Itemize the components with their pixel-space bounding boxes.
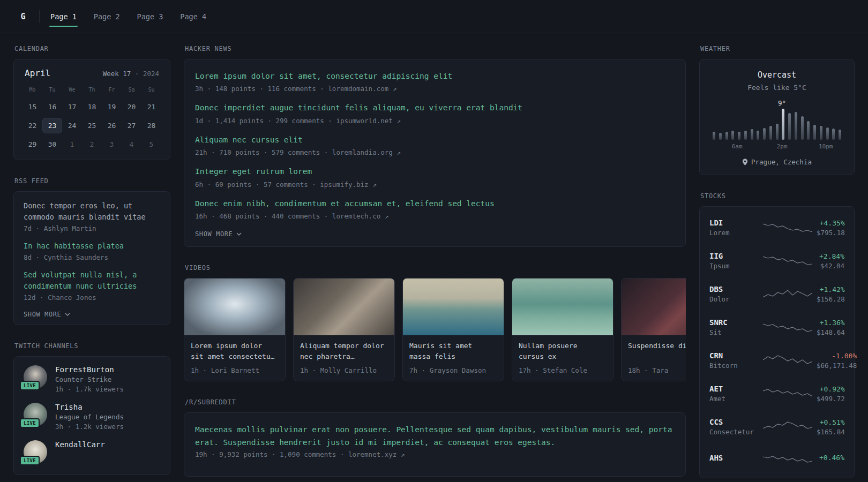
post-meta[interactable]: 19h · 9,932 points · 1,090 comments · lo… bbox=[195, 450, 675, 458]
calendar-day-next-month[interactable]: 1 bbox=[62, 137, 82, 152]
tab-page-1[interactable]: Page 1 bbox=[49, 0, 78, 33]
calendar-day[interactable]: 20 bbox=[122, 99, 141, 115]
calendar-day[interactable]: 29 bbox=[23, 137, 42, 152]
tab-page-3[interactable]: Page 3 bbox=[136, 0, 164, 33]
video-card[interactable]: Suspendisse diam 18h · Tara bbox=[621, 278, 686, 381]
hn-item: Lorem ipsum dolor sit amet, consectetur … bbox=[195, 70, 675, 93]
weekday-header: Sa bbox=[122, 85, 141, 96]
hn-item-link[interactable]: Donec enim nibh, condimentum et accumsan… bbox=[195, 198, 675, 209]
weekday-header: Tu bbox=[42, 85, 62, 96]
stock-row[interactable]: DBSDolor +1.42%$156.28 bbox=[708, 277, 845, 311]
stock-row[interactable]: AETAmet +0.92%$499.72 bbox=[708, 377, 845, 410]
calendar-day[interactable]: 15 bbox=[23, 99, 42, 115]
tab-page-4[interactable]: Page 4 bbox=[179, 0, 207, 33]
subreddit-widget: Maecenas mollis pulvinar erat non posuer… bbox=[184, 412, 686, 476]
stock-row[interactable]: SNRCSit +1.36%$148.64 bbox=[708, 311, 845, 344]
hn-item-meta[interactable]: 16h · 468 points · 440 comments · loremt… bbox=[195, 212, 675, 220]
stock-name: Sit bbox=[709, 328, 759, 336]
calendar-day-next-month[interactable]: 2 bbox=[82, 137, 102, 152]
hn-item-meta[interactable]: 21h · 710 points · 579 comments · loreml… bbox=[195, 148, 675, 156]
calendar-day-selected[interactable]: 23 bbox=[42, 118, 62, 133]
calendar-day[interactable]: 26 bbox=[102, 118, 122, 133]
calendar-day-next-month[interactable]: 4 bbox=[122, 137, 141, 152]
rss-section: RSS FEED Donec tempor eros leo, ut commo… bbox=[13, 177, 170, 325]
hn-item-link[interactable]: Donec imperdiet augue tincidunt felis al… bbox=[195, 102, 675, 114]
calendar-day-next-month[interactable]: 3 bbox=[102, 137, 122, 152]
hn-item-link[interactable]: Integer eget rutrum lorem bbox=[195, 165, 675, 177]
calendar-day[interactable]: 16 bbox=[42, 99, 62, 115]
video-title: Suspendisse diam bbox=[628, 341, 686, 363]
weekday-header: Mo bbox=[23, 85, 42, 96]
video-card[interactable]: Lorem ipsum dolor sit amet consectetu… 1… bbox=[184, 278, 286, 381]
rss-item-link[interactable]: Sed volutpat nulla nisl, a condimentum n… bbox=[24, 269, 160, 292]
calendar-day[interactable]: 19 bbox=[102, 99, 122, 115]
stock-price: $148.64 bbox=[817, 328, 845, 336]
video-title: Nullam posuere cursus ex bbox=[519, 341, 607, 363]
calendar-week-label: Week 17 · 2024 bbox=[103, 70, 159, 78]
video-card[interactable]: Aliquam tempor dolor nec pharetra… 1h · … bbox=[293, 278, 395, 381]
temperature-bars bbox=[713, 109, 841, 140]
video-meta: 1h · Molly Carrillo bbox=[300, 366, 388, 374]
calendar-day[interactable]: 28 bbox=[141, 118, 161, 133]
calendar-header: April Week 17 · 2024 bbox=[23, 68, 161, 78]
weather-section: WEATHER Overcast Feels like 5°C 9° 6am 2… bbox=[699, 45, 855, 175]
weather-section-title: WEATHER bbox=[700, 45, 855, 52]
hacker-news-section-title: HACKER NEWS bbox=[185, 45, 686, 52]
stock-symbol: CRN bbox=[709, 351, 759, 360]
video-title: Lorem ipsum dolor sit amet consectetu… bbox=[191, 341, 279, 363]
hn-item-meta[interactable]: 6h · 60 points · 57 comments · ipsumify.… bbox=[195, 180, 675, 189]
rss-item: Donec tempor eros leo, ut commodo mauris… bbox=[24, 200, 160, 232]
calendar-day[interactable]: 27 bbox=[122, 118, 141, 133]
left-column: CALENDAR April Week 17 · 2024 Mo Tu We T… bbox=[13, 45, 170, 482]
calendar-day[interactable]: 24 bbox=[62, 118, 82, 133]
hn-item-meta[interactable]: 1d · 1,414 points · 299 comments · ipsum… bbox=[195, 117, 675, 125]
calendar-day[interactable]: 18 bbox=[82, 99, 102, 115]
video-card[interactable]: Mauris sit amet massa felis 7h · Grayson… bbox=[402, 278, 504, 381]
stock-price: $165.84 bbox=[817, 428, 845, 436]
tab-page-2[interactable]: Page 2 bbox=[93, 0, 121, 33]
stock-row[interactable]: CCSConsectetur +0.51%$165.84 bbox=[708, 410, 845, 443]
avatar: LIVE bbox=[24, 403, 47, 426]
hn-item-link[interactable]: Lorem ipsum dolor sit amet, consectetur … bbox=[195, 70, 675, 82]
stock-price: $42.04 bbox=[819, 262, 844, 270]
twitch-channel[interactable]: LIVE KendallCarr bbox=[24, 440, 160, 464]
hacker-news-widget: Lorem ipsum dolor sit amet, consectetur … bbox=[184, 59, 686, 247]
calendar-day[interactable]: 22 bbox=[23, 118, 42, 133]
hn-show-more-button[interactable]: SHOW MORE bbox=[195, 230, 242, 238]
channel-name: Trisha bbox=[55, 403, 124, 411]
stock-change: +1.36% bbox=[817, 319, 845, 327]
calendar-day[interactable]: 21 bbox=[141, 99, 161, 115]
calendar-day[interactable]: 25 bbox=[82, 118, 102, 133]
calendar-day[interactable]: 30 bbox=[42, 137, 62, 152]
stocks-section: STOCKS LDILorem +4.35%$795.18 IIGIpsum +… bbox=[699, 192, 855, 478]
weather-location[interactable]: Prague, Czechia bbox=[709, 158, 844, 166]
rss-show-more-button[interactable]: SHOW MORE bbox=[24, 311, 70, 318]
video-meta: 1h · Lori Barnett bbox=[191, 366, 279, 374]
stock-row[interactable]: LDILorem +4.35%$795.18 bbox=[708, 211, 845, 244]
video-card[interactable]: Nullam posuere cursus ex 17h · Stefan Co… bbox=[512, 278, 613, 381]
weather-widget: Overcast Feels like 5°C 9° 6am 2pm 10pm … bbox=[699, 59, 855, 175]
location-pin-icon bbox=[742, 159, 748, 165]
post-link[interactable]: Maecenas mollis pulvinar erat non posuer… bbox=[195, 424, 675, 448]
stock-change: +0.46% bbox=[819, 454, 844, 462]
calendar-day[interactable]: 17 bbox=[62, 99, 82, 115]
twitch-section-title: TWITCH CHANNELS bbox=[14, 342, 170, 350]
stock-name: Dolor bbox=[709, 295, 759, 303]
video-title: Mauris sit amet massa felis bbox=[409, 341, 497, 363]
stock-row[interactable]: IIGIpsum +2.84%$42.04 bbox=[708, 244, 845, 277]
calendar-day-next-month[interactable]: 5 bbox=[141, 137, 161, 152]
stock-name: Bitcorn bbox=[709, 362, 759, 370]
stock-row[interactable]: CRNBitcorn -1.00%$66,171.48 bbox=[708, 344, 845, 377]
hn-item-meta[interactable]: 3h · 148 points · 116 comments · loremdo… bbox=[195, 85, 675, 93]
app-logo[interactable]: G bbox=[13, 7, 33, 26]
stock-row[interactable]: AHS +0.46% bbox=[708, 443, 845, 473]
hn-item-link[interactable]: Aliquam nec cursus elit bbox=[195, 134, 675, 146]
rss-item-link[interactable]: In hac habitasse platea bbox=[24, 240, 160, 252]
rss-item-link[interactable]: Donec tempor eros leo, ut commodo mauris… bbox=[24, 200, 160, 223]
weather-condition: Overcast bbox=[709, 70, 844, 80]
stock-symbol: LDI bbox=[709, 219, 759, 227]
twitch-channel[interactable]: LIVE Trisha League of Legends 3h · 1.2k … bbox=[24, 403, 160, 431]
channel-name: KendallCarr bbox=[55, 440, 105, 449]
twitch-channel[interactable]: LIVE ForrestBurton Counter-Strike 1h · 1… bbox=[24, 365, 160, 393]
hacker-news-section: HACKER NEWS Lorem ipsum dolor sit amet, … bbox=[184, 45, 686, 247]
